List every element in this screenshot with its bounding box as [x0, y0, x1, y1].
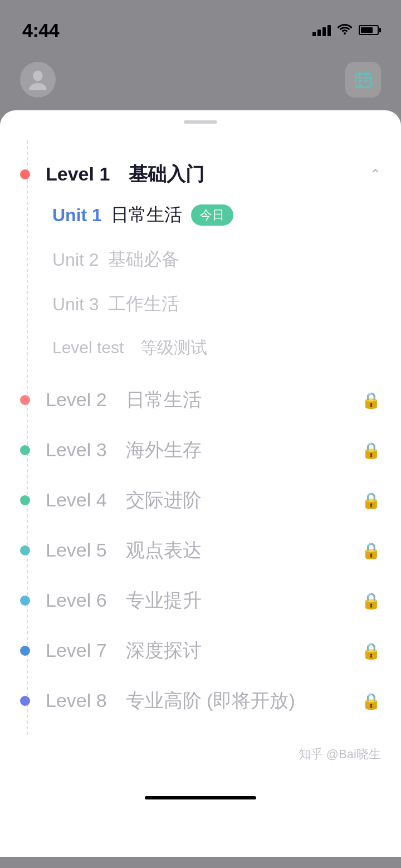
chevron-up-icon: ⌃ [370, 167, 381, 182]
status-icons [312, 22, 379, 38]
unit-name: 工作生活 [108, 292, 179, 316]
main-sheet: Level 1 基础入门 ⌃ Unit 1 日常生活 今日 Unit 2 基础必… [0, 110, 401, 857]
level-title: Level 5 观点表达 [46, 538, 361, 563]
drag-handle[interactable] [184, 120, 217, 124]
unit-row[interactable]: Unit 1 日常生活 今日 [52, 193, 381, 237]
lock-icon: 🔒 [361, 391, 381, 409]
level-row[interactable]: Level 8 专业高阶 (即将开放) 🔒 [0, 676, 401, 726]
today-badge: 今日 [191, 204, 233, 226]
level-row[interactable]: Level 1 基础入门 ⌃ [0, 149, 401, 193]
battery-icon [359, 25, 379, 35]
unit-row[interactable]: Unit 3 工作生活 [52, 282, 381, 326]
level-row[interactable]: Level 5 观点表达 🔒 [0, 525, 401, 576]
level-dot [20, 395, 30, 405]
unit-label: Unit 1 [52, 205, 102, 226]
level-dot [20, 596, 30, 606]
level-row[interactable]: Level 7 深度探讨 🔒 [0, 626, 401, 676]
lock-icon: 🔒 [361, 542, 381, 560]
calendar-button[interactable] [345, 62, 381, 97]
level-title: Level 2 日常生活 [46, 387, 361, 413]
status-time: 4:44 [22, 19, 59, 41]
lock-icon: 🔒 [361, 441, 381, 460]
header-area [0, 49, 401, 110]
level-row[interactable]: Level 2 日常生活 🔒 [0, 375, 401, 425]
lock-icon: 🔒 [361, 491, 381, 510]
unit-label: Unit 2 [52, 250, 99, 270]
levels-container: Level 1 基础入门 ⌃ Unit 1 日常生活 今日 Unit 2 基础必… [0, 140, 401, 735]
level-row[interactable]: Level 6 专业提升 🔒 [0, 576, 401, 626]
level-title: Level 6 专业提升 [46, 588, 361, 613]
level-title: Level 4 交际进阶 [46, 487, 361, 513]
svg-point-0 [33, 71, 42, 81]
level-dot [20, 696, 30, 706]
wifi-icon [338, 22, 352, 38]
lock-icon: 🔒 [361, 692, 381, 710]
level-test-row[interactable]: Level test 等级测试 [52, 326, 381, 369]
svg-rect-8 [359, 84, 361, 86]
status-bar: 4:44 [0, 0, 401, 49]
level-row[interactable]: Level 3 海外生存 🔒 [0, 425, 401, 475]
lock-icon: 🔒 [361, 592, 381, 610]
level-title: Level 1 基础入门 [46, 162, 365, 187]
svg-point-1 [29, 83, 46, 90]
level-dot [20, 646, 30, 656]
unit-name: 基础必备 [108, 247, 179, 272]
svg-rect-7 [365, 80, 368, 82]
level-dot [20, 545, 30, 555]
avatar [20, 62, 56, 97]
level-dot [20, 445, 30, 455]
signal-icon [312, 24, 331, 36]
level-dot [20, 169, 30, 179]
home-indicator [145, 796, 256, 799]
level-row[interactable]: Level 4 交际进阶 🔒 [0, 475, 401, 525]
lock-icon: 🔒 [361, 642, 381, 660]
unit-row[interactable]: Unit 2 基础必备 [52, 237, 381, 282]
level-dot [20, 495, 30, 505]
level-title: Level 3 海外生存 [46, 437, 361, 463]
watermark: 知乎 @Bai晓生 [0, 735, 401, 785]
unit-name: 日常生活 [111, 203, 182, 227]
level-test-label: Level test 等级测试 [52, 337, 207, 359]
svg-rect-6 [359, 80, 361, 82]
units-list: Unit 1 日常生活 今日 Unit 2 基础必备 Unit 3 工作生活 L… [0, 193, 401, 375]
level-title: Level 8 专业高阶 (即将开放) [46, 688, 361, 714]
unit-label: Unit 3 [52, 294, 99, 315]
level-title: Level 7 深度探讨 [46, 638, 361, 664]
svg-rect-2 [355, 74, 370, 87]
